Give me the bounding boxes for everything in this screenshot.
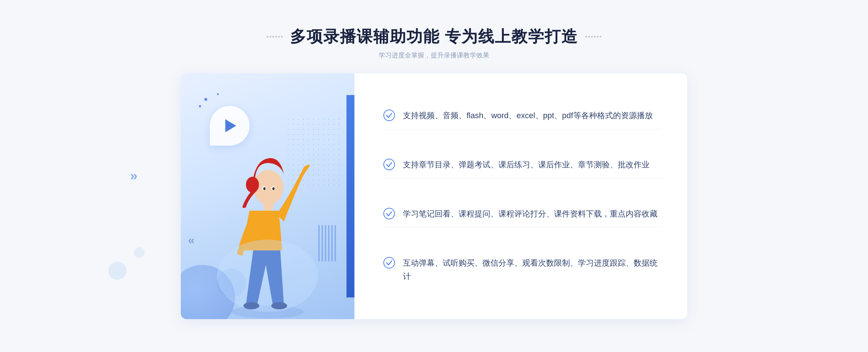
content-card: « <box>181 73 687 319</box>
check-icon-1 <box>383 110 395 121</box>
blue-stripe <box>346 95 354 297</box>
svg-point-11 <box>384 110 395 121</box>
feature-item-4: 互动弹幕、试听购买、微信分享、观看次数限制、学习进度跟踪、数据统计 <box>383 250 662 290</box>
svg-point-13 <box>384 208 395 219</box>
feature-text-3: 学习笔记回看、课程提问、课程评论打分、课件资料下载，重点内容收藏 <box>403 207 658 220</box>
deco-circle-2 <box>134 247 145 258</box>
svg-point-12 <box>384 159 395 170</box>
svg-point-14 <box>384 257 395 268</box>
sparkle-3 <box>199 105 201 107</box>
chevron-decoration-left: » <box>130 168 137 184</box>
title-dots-right <box>585 36 601 38</box>
title-row: 多项录播课辅助功能 专为线上教学打造 <box>267 26 601 47</box>
check-icon-3 <box>383 208 395 219</box>
sparkle-1 <box>204 98 207 101</box>
page-wrapper: » 多项录播课辅助功能 专为线上教学打造 学习进度全掌握，提升录播课教学效果 <box>0 0 868 352</box>
svg-point-8 <box>263 187 265 190</box>
illustration-panel: « <box>181 73 354 319</box>
play-icon <box>225 119 236 132</box>
svg-point-9 <box>272 187 275 190</box>
feature-item-2: 支持章节目录、弹题考试、课后练习、课后作业、章节测验、批改作业 <box>383 151 662 178</box>
sparkle-2 <box>217 93 219 95</box>
page-title: 多项录播课辅助功能 专为线上教学打造 <box>290 26 578 47</box>
feature-item-3: 学习笔记回看、课程提问、课程评论打分、课件资料下载，重点内容收藏 <box>383 201 662 227</box>
title-dots-left <box>267 36 283 38</box>
check-icon-2 <box>383 159 395 170</box>
page-subtitle: 学习进度全掌握，提升录播课教学效果 <box>267 51 601 60</box>
header-section: 多项录播课辅助功能 专为线上教学打造 学习进度全掌握，提升录播课教学效果 <box>267 26 601 60</box>
deco-circle-1 <box>109 262 127 280</box>
chevron-left-deco: « <box>188 233 195 247</box>
check-icon-4 <box>383 257 395 269</box>
svg-point-10 <box>217 240 318 312</box>
figure-illustration <box>210 131 326 319</box>
feature-text-4: 互动弹幕、试听购买、微信分享、观看次数限制、学习进度跟踪、数据统计 <box>403 256 662 283</box>
feature-item-1: 支持视频、音频、flash、word、excel、ppt、pdf等各种格式的资源… <box>383 102 662 129</box>
feature-text-2: 支持章节目录、弹题考试、课后练习、课后作业、章节测验、批改作业 <box>403 158 650 171</box>
features-panel: 支持视频、音频、flash、word、excel、ppt、pdf等各种格式的资源… <box>354 73 687 319</box>
feature-text-1: 支持视频、音频、flash、word、excel、ppt、pdf等各种格式的资源… <box>403 109 653 122</box>
